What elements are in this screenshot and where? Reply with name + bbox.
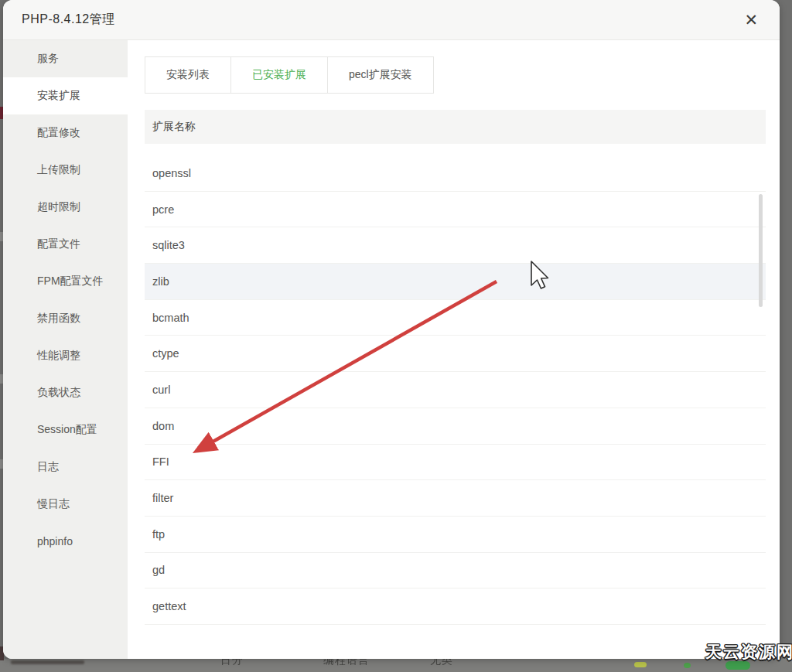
sidebar-item-service[interactable]: 服务 [3,40,128,77]
extension-table-header: 扩展名称 [145,110,766,144]
background-partial-text: 编程语言 [323,659,370,667]
extension-row-dom[interactable]: dom [145,408,766,445]
background-icon-blob [684,663,691,668]
extension-row-zlib[interactable]: zlib [145,264,766,300]
sidebar-item-slow-log[interactable]: 慢日志 [3,486,128,523]
site-watermark: 天云资源网 [705,641,792,663]
background-blur-text [11,660,84,664]
tab-install-list[interactable]: 安装列表 [145,57,231,93]
sidebar-item-config-file[interactable]: 配置文件 [3,226,128,263]
extension-row-ftp[interactable]: ftp [145,517,766,553]
sidebar-item-config-modify[interactable]: 配置修改 [3,114,128,152]
scrollbar-thumb[interactable] [759,194,763,307]
extension-row-sqlite3[interactable]: sqlite3 [145,227,766,264]
sidebar-item-fpm-config-file[interactable]: FPM配置文件 [3,263,128,300]
background-partial-text: 日分 [220,659,244,667]
php-manager-dialog: PHP-8.4.12管理 ✕ 服务 安装扩展 配置修改 上传限制 超时限制 配置… [3,0,780,659]
extension-row-curl[interactable]: curl [145,372,766,408]
extension-row-gd[interactable]: gd [145,553,766,589]
background-partial-text: 无类 [430,659,453,667]
tab-pecl-install[interactable]: pecl扩展安装 [328,57,433,93]
extension-tabs: 安装列表 已安装扩展 pecl扩展安装 [145,56,434,94]
extension-row-gettext[interactable]: gettext [145,588,766,625]
extension-row-openssl[interactable]: openssl [145,155,766,192]
sidebar-menu: 服务 安装扩展 配置修改 上传限制 超时限制 配置文件 FPM配置文件 禁用函数… [3,40,128,659]
sidebar-item-install-extension[interactable]: 安装扩展 [3,77,128,114]
sidebar-item-performance-tuning[interactable]: 性能调整 [3,337,128,374]
dialog-title: PHP-8.4.12管理 [22,12,115,28]
close-icon[interactable]: ✕ [741,10,761,29]
extension-row-ctype[interactable]: ctype [145,336,766,372]
extension-row-ffi[interactable]: FFI [145,445,766,481]
sidebar-item-upload-limit[interactable]: 上传限制 [3,152,128,189]
dialog-titlebar: PHP-8.4.12管理 ✕ [3,0,780,40]
extension-row-pcre[interactable]: pcre [145,192,766,228]
extension-row-filter[interactable]: filter [145,480,766,517]
extension-list: openssl pcre sqlite3 zlib bcmath ctype c… [145,155,766,625]
sidebar-item-timeout-limit[interactable]: 超时限制 [3,189,128,226]
background-icon-blob [634,662,647,667]
extensions-panel: 安装列表 已安装扩展 pecl扩展安装 扩展名称 openssl pcre sq… [128,40,780,659]
sidebar-item-load-status[interactable]: 负载状态 [3,374,128,411]
sidebar-item-session-config[interactable]: Session配置 [3,411,128,449]
extension-row-bcmath[interactable]: bcmath [145,300,766,336]
sidebar-item-disabled-functions[interactable]: 禁用函数 [3,300,128,337]
background-taskbar-strip: 日分 编程语言 无类 [0,659,792,672]
tab-installed-extensions[interactable]: 已安装扩展 [231,57,328,93]
sidebar-item-log[interactable]: 日志 [3,449,128,486]
sidebar-item-phpinfo[interactable]: phpinfo [3,523,128,560]
